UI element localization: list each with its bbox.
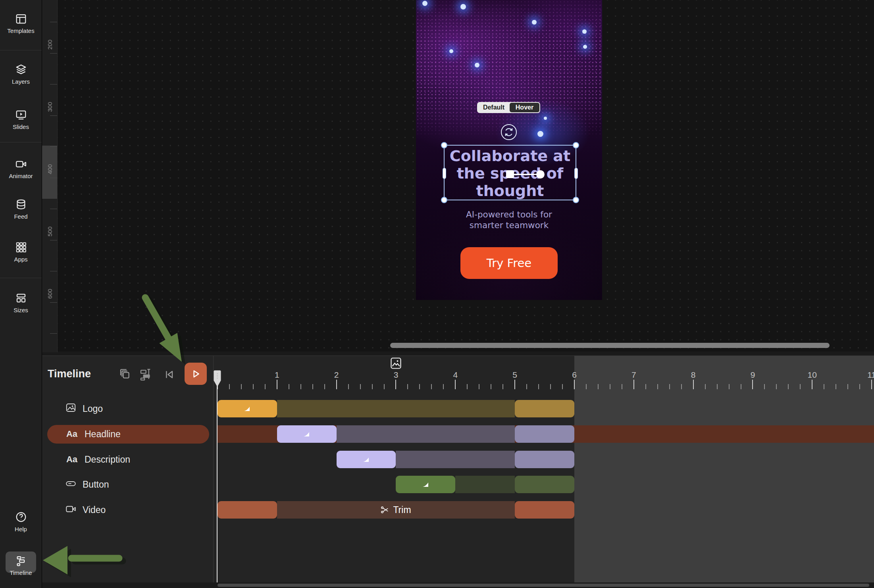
glow-orb <box>583 45 587 49</box>
timeline-bar-segment[interactable] <box>515 400 574 417</box>
timeline-ruler-tick <box>550 384 551 389</box>
timeline-ruler-tick <box>610 384 610 389</box>
sidebar-item-label: Layers <box>12 78 30 85</box>
timeline-ruler-tick <box>788 384 789 389</box>
canvas-horizontal-scrollbar[interactable] <box>390 343 830 348</box>
vertical-ruler-label: 200 <box>42 31 57 58</box>
glow-orb <box>422 1 427 6</box>
timeline-bar-segment[interactable]: Trim <box>277 501 515 519</box>
selection-handle-bottom-right[interactable] <box>573 197 579 203</box>
selection-handle-right[interactable] <box>574 168 578 179</box>
timeline-bar-segment[interactable] <box>218 400 277 417</box>
timeline-bar-segment[interactable] <box>218 501 277 519</box>
play-button[interactable] <box>185 363 207 385</box>
skip-to-start-icon[interactable] <box>163 368 175 382</box>
timeline-bar-segment[interactable] <box>515 425 574 443</box>
timeline-ruler-tick <box>336 380 337 389</box>
sidebar-item-slides[interactable]: Slides <box>0 109 42 130</box>
layer-row-button[interactable]: Button <box>42 475 213 494</box>
anchor-circle-handle[interactable] <box>536 170 545 179</box>
timeline-ruler-tick <box>419 384 420 389</box>
timeline-ruler-tick <box>669 384 670 389</box>
state-toggle-default[interactable]: Default <box>478 103 510 112</box>
glow-orb <box>532 20 537 25</box>
vertical-ruler-tick <box>50 146 57 147</box>
sidebar-item-help[interactable]: Help <box>0 511 42 532</box>
selection-handle-bottom-left[interactable] <box>441 197 447 203</box>
ad-artboard[interactable]: Default Hover Collaborate at the speed o… <box>416 0 602 300</box>
layer-row-headline[interactable]: Aa Headline <box>42 425 213 444</box>
timeline-bar-segment[interactable] <box>277 400 515 417</box>
timeline-ruler-tick <box>467 384 468 389</box>
timeline-ruler-tick <box>443 384 444 389</box>
timeline-top-border <box>42 355 874 356</box>
help-icon <box>0 511 42 523</box>
timeline-ruler-number: 1 <box>269 370 285 380</box>
sidebar-item-label: Animator <box>9 173 33 179</box>
timeline-bar-segment[interactable] <box>337 451 396 468</box>
panel-divider <box>42 352 874 355</box>
timeline-ruler-tick <box>289 384 289 389</box>
sidebar-item-feed[interactable]: Feed <box>0 198 42 220</box>
timeline-ruler-tick <box>633 380 634 389</box>
layer-row-description[interactable]: Aa Description <box>42 450 213 469</box>
timeline-bar-segment[interactable] <box>515 501 574 519</box>
timeline-bar-segment[interactable] <box>396 451 515 468</box>
timeline-bar-segment[interactable] <box>396 476 455 493</box>
animator-icon <box>0 158 42 170</box>
state-toggle-hover[interactable]: Hover <box>510 103 539 112</box>
playhead-handle[interactable] <box>214 370 221 389</box>
timeline-ruler-tick <box>645 384 646 389</box>
timeline-ruler-number: 9 <box>745 370 760 380</box>
vertical-ruler-tick <box>50 22 57 22</box>
glow-orb <box>460 4 466 10</box>
cta-button[interactable]: Try Free <box>460 247 558 279</box>
sidebar-item-layers[interactable]: Layers <box>0 63 42 85</box>
sidebar-item-templates[interactable]: Templates <box>0 13 42 34</box>
video-icon <box>65 503 76 517</box>
sidebar-item-apps[interactable]: Apps <box>0 241 42 263</box>
play-icon <box>190 368 202 380</box>
timeline-ruler-tick <box>622 384 622 389</box>
duplicate-icon[interactable] <box>118 367 131 382</box>
layer-row-video[interactable]: Video <box>42 500 213 519</box>
timeline-ruler-tick <box>586 384 587 389</box>
selection-handle-top-left[interactable] <box>441 142 447 148</box>
timeline-ruler-tick <box>538 384 539 389</box>
playhead-line <box>217 386 218 582</box>
replay-animation-button[interactable] <box>501 124 517 140</box>
timeline-bar-segment[interactable] <box>277 425 337 443</box>
selection-handle-top-right[interactable] <box>573 142 579 148</box>
sidebar-item-timeline[interactable]: Timeline <box>0 555 42 576</box>
sidebar: Templates Layers Slides Animator Feed Ap… <box>0 0 42 588</box>
sidebar-item-animator[interactable]: Animator <box>0 158 42 179</box>
timeline-ruler-tick <box>253 384 254 389</box>
timeline-bar-segment[interactable] <box>515 451 574 468</box>
timeline-ruler-number: 11 <box>864 370 874 380</box>
timeline-bar-segment[interactable] <box>337 425 515 443</box>
timeline-ruler-tick <box>372 384 373 389</box>
selection-handle-left[interactable] <box>443 168 446 179</box>
timeline-ruler-tick <box>812 380 812 389</box>
state-toggle[interactable]: Default Hover <box>477 102 540 113</box>
ad-description-text[interactable]: AI-powered tools for smarter teamwork <box>432 209 586 231</box>
sizes-icon <box>0 292 42 304</box>
sidebar-item-sizes[interactable]: Sizes <box>0 292 42 313</box>
timeline-bar-segment[interactable] <box>455 476 515 493</box>
image-icon <box>65 402 76 415</box>
timeline-panel-title: Timeline <box>48 368 91 380</box>
layers-icon <box>0 63 42 75</box>
timeline-scrollbar-thumb[interactable] <box>218 584 869 587</box>
timeline-ruler-tick <box>324 384 325 389</box>
timeline-ruler-tick <box>741 384 741 389</box>
timeline-ruler-tick <box>800 384 801 389</box>
snapshot-marker-icon[interactable] <box>391 357 401 371</box>
timeline-ruler-tick <box>514 380 515 389</box>
layer-row-logo[interactable]: Logo <box>42 399 213 418</box>
anchor-square-handle[interactable] <box>506 170 514 178</box>
slides-icon <box>0 109 42 121</box>
magic-animator-icon[interactable] <box>139 367 152 382</box>
timeline-ruler-tick <box>705 384 706 389</box>
sidebar-separator <box>0 142 42 142</box>
timeline-bar-segment[interactable] <box>515 476 574 493</box>
